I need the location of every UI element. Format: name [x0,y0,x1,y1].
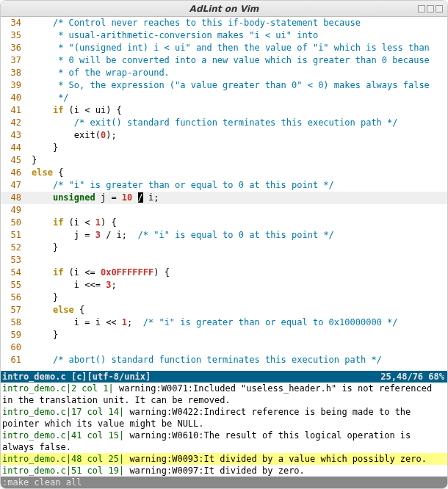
code-line[interactable]: 47 /* "i" is greater than or equal to 0 … [1,179,447,192]
code-line[interactable]: 34 /* Control never reaches to this if-b… [1,17,447,29]
window-title: AdLint on Vim [189,4,259,14]
code-line[interactable]: 52 } [1,242,447,254]
minimize-button[interactable] [418,5,425,12]
line-number: 53 [1,254,32,267]
code-line[interactable]: 61 /* abort() standard function terminat… [1,354,447,366]
code-line[interactable]: 58 i = i << 1; /* "i" is greater than or… [1,316,447,329]
line-number: 51 [1,229,32,242]
code-line[interactable]: 46else { [1,167,447,179]
quickfix-location: intro_demo.c|51 col 19| [2,466,124,476]
code-line[interactable]: 45} [1,154,447,167]
code-text: } [32,242,447,254]
quickfix-entry[interactable]: intro_demo.c|2 col 1| warning:W0071:Incl… [1,383,447,406]
window-titlebar: AdLint on Vim [1,1,447,17]
line-number: 47 [1,179,32,192]
quickfix-entry[interactable]: intro_demo.c|17 col 14| warning:W0422:In… [1,406,447,430]
status-left: intro_demo.c [c][utf-8/unix] [1,371,380,383]
code-text: else { [32,167,447,179]
line-number: 44 [1,142,32,154]
code-line[interactable]: 53 [1,254,447,267]
code-line[interactable]: 55 i <<= 3; [1,279,447,291]
code-line[interactable]: 54 if (i <= 0x0FFFFFFF) { [1,267,447,279]
code-text: else { [32,304,447,316]
code-text [32,254,447,267]
code-text: } [32,291,447,304]
line-number: 52 [1,242,32,254]
code-text: if (i < ui) { [32,104,447,117]
code-text: /* abort() standard function terminates … [32,354,447,366]
line-number: 49 [1,204,32,217]
code-text: i = i << 1; /* "i" is greater than or eq… [32,316,447,329]
status-line: intro_demo.c [c][utf-8/unix] 25,48/76 68… [1,371,447,383]
line-number: 54 [1,267,32,279]
code-text [32,204,447,217]
code-line[interactable]: 60 [1,341,447,354]
code-text: * 0 will be converted into a new value w… [32,54,447,67]
code-line[interactable]: 35 * usual-arithmetic-conversion makes "… [1,29,447,42]
code-line[interactable]: 43 exit(0); [1,129,447,142]
line-number: 38 [1,67,32,79]
code-text [32,341,447,354]
line-number: 60 [1,341,32,354]
line-number: 39 [1,79,32,92]
line-number: 42 [1,117,32,129]
code-text: * "(unsigned int) i < ui" and then the v… [32,42,447,54]
code-text: unsigned j = 10 / i; [32,192,447,204]
code-text: * usual-arithmetic-conversion makes "i <… [32,29,447,42]
command-line[interactable]: :make clean all [1,477,447,488]
code-line[interactable]: 50 if (i < 1) { [1,217,447,229]
quickfix-message: warning:W0093:It divided by a value whic… [124,454,427,464]
line-number: 58 [1,316,32,329]
quickfix-location: intro_demo.c|2 col 1| [2,383,114,394]
line-number: 56 [1,291,32,304]
code-line[interactable]: 49 [1,204,447,217]
line-number: 43 [1,129,32,142]
quickfix-entry[interactable]: intro_demo.c|41 col 15| warning:W0610:Th… [1,430,447,453]
code-line[interactable]: 39 * So, the expression ("a value greate… [1,79,447,92]
line-number: 46 [1,167,32,179]
line-number: 40 [1,92,32,104]
code-line[interactable]: 36 * "(unsigned int) i < ui" and then th… [1,42,447,54]
window-buttons [418,5,443,12]
quickfix-location: intro_demo.c|41 col 15| [2,430,124,441]
code-line[interactable]: 42 /* exit() standard function terminate… [1,117,447,129]
line-number: 35 [1,29,32,42]
code-line[interactable]: 38 * of the wrap-around. [1,67,447,79]
status-right: 25,48/76 68% [380,371,447,383]
code-line[interactable]: 44 } [1,142,447,154]
code-text: */ [32,92,447,104]
code-text: } [32,329,447,341]
line-number: 37 [1,54,32,67]
code-line[interactable]: 57 else { [1,304,447,316]
code-text: if (i < 1) { [32,217,447,229]
code-text: /* exit() standard function terminates t… [32,117,447,129]
code-text: if (i <= 0x0FFFFFFF) { [32,267,447,279]
code-text: exit(0); [32,129,447,142]
code-text: } [32,142,447,154]
code-line[interactable]: 40 */ [1,92,447,104]
code-text: /* Control never reaches to this if-body… [32,17,447,29]
code-line[interactable]: 41 if (i < ui) { [1,104,447,117]
vim-editor: 34 /* Control never reaches to this if-b… [1,17,447,488]
line-number: 50 [1,217,32,229]
code-text: /* "i" is greater than or equal to 0 at … [32,179,447,192]
code-text: } [32,154,447,167]
quickfix-entry[interactable]: intro_demo.c|48 col 25| warning:W0093:It… [1,453,447,465]
code-area[interactable]: 34 /* Control never reaches to this if-b… [1,17,447,371]
code-line[interactable]: 48 unsigned j = 10 / i; [1,192,447,204]
code-line[interactable]: 56 } [1,291,447,304]
code-line[interactable]: 59 } [1,329,447,341]
code-line[interactable]: 51 j = 3 / i; /* "i" is equal to 0 at th… [1,229,447,242]
code-text: * of the wrap-around. [32,67,447,79]
close-button[interactable] [436,5,443,12]
code-text: j = 3 / i; /* "i" is equal to 0 at this … [32,229,447,242]
line-number: 61 [1,354,32,366]
line-number: 36 [1,42,32,54]
quickfix-entry[interactable]: intro_demo.c|51 col 19| warning:W0097:It… [1,465,447,477]
quickfix-location: intro_demo.c|48 col 25| [2,454,124,464]
code-text: * So, the expression ("a value greater t… [32,79,447,92]
code-text: i <<= 3; [32,279,447,291]
code-line[interactable]: 37 * 0 will be converted into a new valu… [1,54,447,67]
maximize-button[interactable] [427,5,434,12]
quickfix-list[interactable]: intro_demo.c|2 col 1| warning:W0071:Incl… [1,383,447,477]
